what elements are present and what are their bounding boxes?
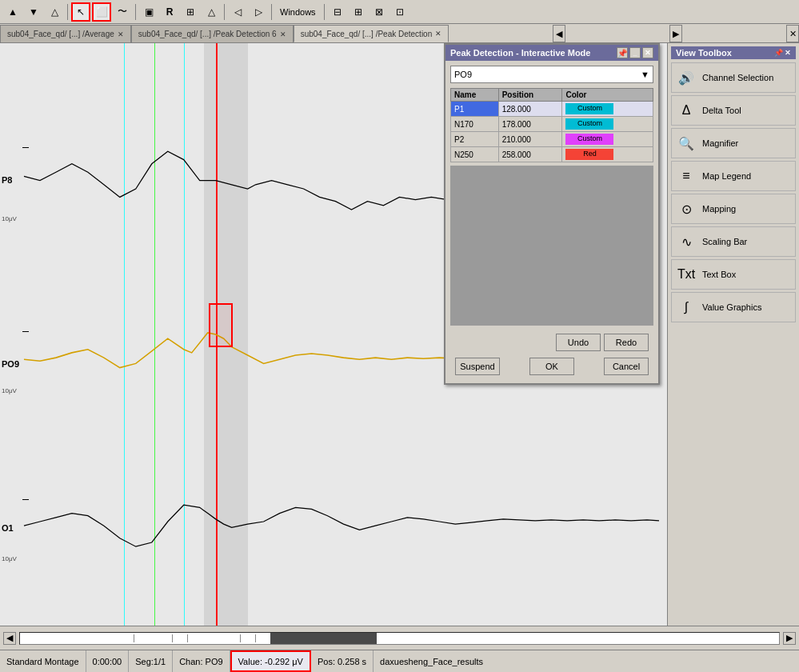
mapping-icon: ⊙: [675, 198, 697, 220]
scroll-track[interactable]: [19, 632, 780, 645]
main-area: P8 10μV PO9 10μV O1 10μV Peak Detection …: [0, 43, 799, 626]
toolbar-select-btn[interactable]: ▣: [139, 2, 158, 22]
toolbar-win1-btn[interactable]: ⊟: [328, 2, 347, 22]
status-value-label: Value: -0.292 μV: [238, 657, 303, 666]
scroll-left-btn[interactable]: ◀: [3, 632, 16, 645]
toolbox-title: View Toolbox 📌 ✕: [671, 46, 796, 59]
toolbox-item-label-value-graphics: Value Graphics: [702, 302, 761, 312]
status-pos-label: Pos: 0.258 s: [318, 657, 366, 666]
dialog-footer-row2: Suspend OK Cancel: [450, 354, 653, 378]
peak-table: Name Position Color P1128.000CustomN1701…: [450, 88, 653, 162]
peak-row-position: 128.000: [498, 102, 562, 117]
peak-row-color: Red: [562, 147, 653, 162]
toolbar-up2-btn[interactable]: △: [45, 2, 64, 22]
peak-table-row[interactable]: N170178.000Custom: [451, 117, 653, 132]
peak-empty-area: [450, 166, 653, 326]
peak-table-row[interactable]: P2210.000Custom: [451, 132, 653, 147]
dialog-titlebar: Peak Detection - Interactive Mode 📌 _ ✕: [445, 45, 658, 61]
toolbox: View Toolbox 📌 ✕ 🔊Channel SelectionΔDelt…: [667, 43, 799, 626]
toolbox-pin-btn[interactable]: 📌: [774, 49, 783, 57]
scroll-right-btn[interactable]: ▶: [783, 632, 796, 645]
status-time: 0:00:00: [86, 650, 130, 672]
dialog-close-btn[interactable]: ✕: [642, 47, 653, 58]
status-value: Value: -0.292 μV: [230, 650, 311, 672]
tab-label: sub04_Face_qd/ [...] /Peak Detection 6: [138, 30, 277, 38]
toolbox-item-magnifier[interactable]: 🔍Magnifier: [671, 128, 796, 158]
undo-button[interactable]: Undo: [556, 334, 601, 351]
col-header-position: Position: [498, 89, 562, 102]
toolbox-close-btn[interactable]: ✕: [785, 49, 791, 57]
toolbox-item-label-scaling-bar: Scaling Bar: [702, 237, 747, 246]
status-montage-label: Standard Montage: [6, 657, 79, 666]
tab-label: sub04_Face_qd/ [...] /Average: [7, 30, 114, 38]
suspend-button[interactable]: Suspend: [455, 358, 500, 375]
sep2: [135, 4, 136, 20]
peak-table-row[interactable]: N250258.000Red: [451, 147, 653, 162]
toolbar-win2-btn[interactable]: ⊞: [349, 2, 368, 22]
channel-select-value: PO9: [454, 70, 472, 79]
dialog-title: Peak Detection - Interactive Mode: [450, 48, 590, 58]
ok-button[interactable]: OK: [529, 358, 574, 375]
toolbox-item-label-magnifier: Magnifier: [702, 138, 738, 148]
peak-row-name: P2: [451, 132, 499, 147]
map-legend-icon: ≡: [675, 165, 697, 187]
sep5: [324, 4, 325, 20]
toolbar-up-btn[interactable]: ▲: [3, 2, 22, 22]
toolbar-nav1-btn[interactable]: ◁: [228, 2, 247, 22]
tab-close-average[interactable]: ✕: [118, 30, 124, 38]
toolbar-zoom-btn[interactable]: ⬜: [92, 2, 111, 22]
toolbox-item-channel-selection[interactable]: 🔊Channel Selection: [671, 62, 796, 93]
toolbox-item-value-graphics[interactable]: ∫Value Graphics: [671, 292, 796, 322]
toolbox-item-label-text-box: Text Box: [702, 270, 736, 279]
toolbox-item-label-channel-selection: Channel Selection: [702, 73, 773, 82]
toolbar-mark-btn[interactable]: ⊞: [181, 2, 200, 22]
status-time-label: 0:00:00: [93, 657, 122, 666]
windows-label: Windows: [275, 7, 321, 17]
toolbar-r-btn[interactable]: R: [160, 2, 179, 22]
tab-peak6[interactable]: sub04_Face_qd/ [...] /Peak Detection 6 ✕: [131, 25, 294, 42]
toolbar-cursor-btn[interactable]: ↖: [71, 2, 90, 22]
sep1: [67, 4, 68, 20]
channel-select-dropdown[interactable]: PO9 ▼: [450, 66, 653, 83]
dialog-minimize-btn[interactable]: _: [629, 47, 641, 58]
toolbox-items: 🔊Channel SelectionΔDelta Tool🔍Magnifier≡…: [671, 62, 796, 322]
tab-nav-right[interactable]: ▶: [669, 25, 682, 42]
dialog-body: PO9 ▼ Name Position Color P1128.000Custo…: [445, 61, 658, 383]
toolbox-item-delta-tool[interactable]: ΔDelta Tool: [671, 95, 796, 126]
scroll-thumb[interactable]: [270, 633, 377, 644]
toolbox-title-label: View Toolbox: [676, 48, 732, 58]
tab-nav-left[interactable]: ◀: [553, 25, 565, 42]
peak-table-row[interactable]: P1128.000Custom: [451, 102, 653, 117]
redo-button[interactable]: Redo: [604, 334, 649, 351]
toolbar-peak-btn[interactable]: △: [202, 2, 221, 22]
tab-close-peak6[interactable]: ✕: [280, 30, 286, 38]
tab-close-all[interactable]: ✕: [786, 25, 799, 42]
dialog-pin-btn[interactable]: 📌: [617, 47, 628, 58]
status-project-label: daxuesheng_Face_results: [380, 657, 483, 666]
status-montage: Standard Montage: [0, 650, 86, 672]
status-chan-label: Chan: PO9: [179, 657, 222, 666]
cancel-button[interactable]: Cancel: [604, 358, 649, 375]
toolbar-nav2-btn[interactable]: ▷: [249, 2, 268, 22]
toolbar-win4-btn[interactable]: ⊡: [390, 2, 409, 22]
peak-row-name: N170: [451, 117, 499, 132]
status-chan: Chan: PO9: [173, 650, 230, 672]
scroll-tick-3: [187, 634, 188, 642]
toolbox-item-mapping[interactable]: ⊙Mapping: [671, 194, 796, 224]
tab-close-peak[interactable]: ✕: [435, 30, 441, 38]
toolbox-item-map-legend[interactable]: ≡Map Legend: [671, 161, 796, 191]
dialog-titlebar-btns: 📌 _ ✕: [613, 47, 653, 58]
peak-row-position: 258.000: [498, 147, 562, 162]
tab-average[interactable]: sub04_Face_qd/ [...] /Average ✕: [0, 25, 131, 42]
toolbar-wave-btn[interactable]: 〜: [113, 2, 132, 22]
peak-row-color: Custom: [562, 132, 653, 147]
text-box-icon: Txt: [675, 263, 697, 286]
toolbox-item-scaling-bar[interactable]: ∿Scaling Bar: [671, 226, 796, 257]
toolbar-down-btn[interactable]: ▼: [24, 2, 43, 22]
status-seg-label: Seg:1/1: [135, 657, 166, 666]
tab-peak[interactable]: sub04_Face_qd/ [...] /Peak Detection ✕: [294, 25, 449, 42]
toolbox-item-text-box[interactable]: TxtText Box: [671, 259, 796, 290]
toolbar-win3-btn[interactable]: ⊠: [370, 2, 389, 22]
peak-row-name: P1: [451, 102, 499, 117]
chart-area: P8 10μV PO9 10μV O1 10μV Peak Detection …: [0, 43, 667, 626]
